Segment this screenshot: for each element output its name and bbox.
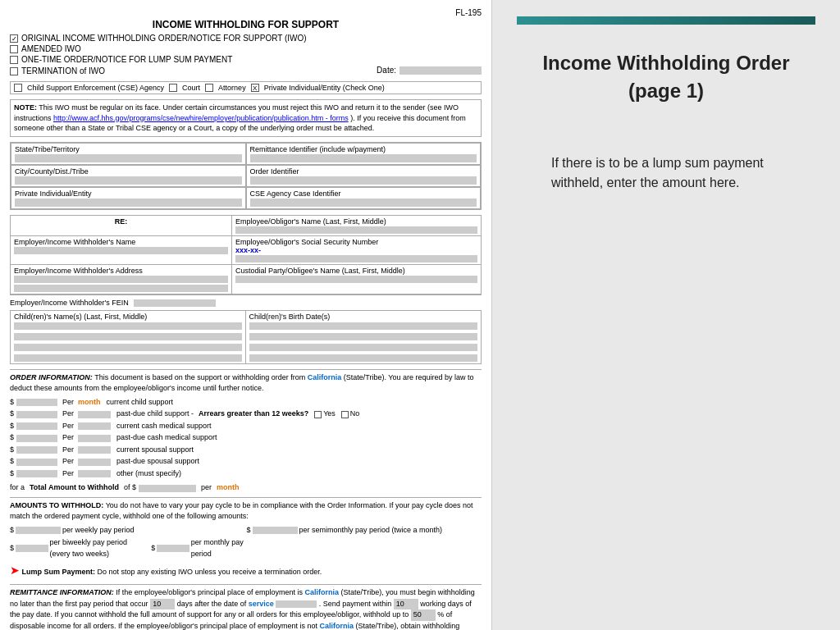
- document-title: INCOME WITHHOLDING FOR SUPPORT: [10, 19, 482, 30]
- employee-name-label: Employee/Obligor's Name (Last, First, Mi…: [235, 217, 477, 226]
- fein-row: Employer/Income Withholder's FEIN: [10, 299, 482, 307]
- amounts-withhold-section: AMOUNTS TO WITHHOLD: You do not have to …: [10, 497, 482, 580]
- cse-case-field[interactable]: [250, 199, 477, 207]
- one-time-label: ONE-TIME ORDER/NOTICE FOR LUMP SUM PAYME…: [21, 55, 232, 64]
- percent-value: 50: [411, 609, 436, 621]
- private-checkbox[interactable]: [251, 84, 259, 92]
- per-field-3[interactable]: [78, 422, 111, 430]
- amended-checkbox[interactable]: [10, 45, 18, 53]
- amount-rows: $ Per month current child support $ Per …: [10, 397, 482, 480]
- service-field[interactable]: [276, 600, 317, 608]
- remittance-state1: California: [305, 588, 340, 596]
- amount-field-6[interactable]: [16, 459, 57, 466]
- per-field-5[interactable]: [78, 446, 111, 454]
- custodial-label: Custodial Party/Obligee's Name (Last, Fi…: [235, 267, 477, 275]
- court-label: Court: [182, 84, 200, 92]
- original-checkbox[interactable]: [10, 34, 18, 43]
- date-row: Date:: [377, 66, 482, 75]
- amount-field-7[interactable]: [16, 470, 57, 477]
- note-box: NOTE: This IWO must be regular on its fa…: [10, 99, 482, 137]
- order-id-label: Order Identifier: [250, 167, 299, 176]
- employer-name-field[interactable]: [14, 247, 228, 254]
- desc-1: current child support: [107, 397, 174, 409]
- amount-row-5: $ Per current spousal support: [10, 445, 482, 456]
- remittance-field[interactable]: [250, 154, 477, 162]
- date-label: Date:: [377, 66, 396, 75]
- court-checkbox[interactable]: [169, 84, 177, 92]
- child-name-1[interactable]: [14, 322, 242, 330]
- child-name-2[interactable]: [14, 333, 242, 340]
- monthly-field[interactable]: [157, 545, 189, 552]
- employer-address-label: Employer/Income Withholder's Address: [14, 267, 228, 275]
- remittance-cell: Remittance Identifier (include w/payment…: [246, 143, 482, 165]
- termination-label: TERMINATION of IWO: [21, 66, 105, 75]
- fein-label: Employer/Income Withholder's FEIN: [10, 299, 129, 307]
- date-field[interactable]: [399, 66, 482, 75]
- cse-checkbox[interactable]: [14, 84, 22, 92]
- child-dob-3[interactable]: [249, 344, 478, 351]
- cse-case-label: CSE Agency Case Identifier: [250, 189, 341, 198]
- termination-checkbox[interactable]: [10, 67, 18, 75]
- amount-row-1: $ Per month current child support: [10, 397, 482, 409]
- order-info-section: ORDER INFORMATION: This document is base…: [10, 369, 482, 494]
- yes-label: Yes: [323, 409, 336, 420]
- child-dob-1[interactable]: [249, 322, 478, 330]
- ssn-label: Employee/Obligor's Social Security Numbe…: [235, 238, 477, 246]
- per-month-1: month: [78, 397, 101, 409]
- employee-name-field[interactable]: [235, 226, 477, 234]
- attorney-checkbox[interactable]: [205, 84, 213, 92]
- amount-field-4[interactable]: [16, 435, 57, 442]
- state-territory-label: State/Tribe/Territory: [15, 145, 80, 153]
- private-entity-field[interactable]: [15, 199, 242, 207]
- custodial-field[interactable]: [235, 276, 477, 283]
- employer-address-field[interactable]: [14, 276, 228, 283]
- per-field-4[interactable]: [78, 435, 111, 442]
- private-entity-cell: Private Individual/Entity: [11, 187, 246, 209]
- remittance-label: REMITTANCE INFORMATION:: [10, 588, 114, 596]
- order-info-label: ORDER INFORMATION:: [10, 373, 93, 381]
- order-info-text1: This document is based on the support or…: [94, 373, 308, 381]
- original-iwo-row: ORIGINAL INCOME WITHHOLDING ORDER/NOTICE…: [10, 34, 482, 43]
- state-territory-field[interactable]: [15, 154, 242, 162]
- employer-address-field2[interactable]: [14, 285, 228, 292]
- child-name-4[interactable]: [14, 354, 242, 362]
- child-dob-4[interactable]: [249, 354, 478, 362]
- amount-field-3[interactable]: [16, 422, 57, 430]
- document-panel: FL-195 INCOME WITHHOLDING FOR SUPPORT OR…: [0, 0, 492, 630]
- cse-case-cell: CSE Agency Case Identifier: [246, 187, 482, 209]
- total-amount-field[interactable]: [139, 485, 196, 492]
- yes-checkbox[interactable]: [314, 411, 322, 418]
- form-id: FL-195: [10, 8, 482, 17]
- amount-row-3: $ Per current cash medical support: [10, 421, 482, 432]
- weekly-field[interactable]: [16, 527, 61, 534]
- total-bold-label: Total Amount to Withhold: [30, 482, 119, 494]
- child-name-3[interactable]: [14, 344, 242, 351]
- remittance-text4: . Send payment within: [319, 600, 394, 608]
- amount-row-2: $ Per past-due child support - Arrears g…: [10, 409, 482, 420]
- one-time-checkbox[interactable]: [10, 56, 18, 64]
- order-id-cell: Order Identifier: [246, 165, 482, 187]
- amount-field-1[interactable]: [16, 399, 57, 406]
- per-field-7[interactable]: [78, 470, 111, 477]
- per-field-6[interactable]: [78, 459, 111, 466]
- children-dob-col: Child(ren)'s Birth Date(s): [246, 311, 482, 363]
- child-dob-2[interactable]: [249, 333, 478, 340]
- remittance-section: REMITTANCE INFORMATION: If the employee/…: [10, 584, 482, 630]
- children-names-label: Child(ren)'s Name(s) (Last, First, Middl…: [14, 313, 242, 321]
- biweekly-field[interactable]: [16, 545, 48, 552]
- note-link[interactable]: http://www.acf.hhs.gov/programs/cse/newh…: [53, 114, 349, 122]
- semimonthly-field[interactable]: [253, 527, 298, 534]
- amount-field-2[interactable]: [16, 411, 57, 418]
- per-field-2[interactable]: [78, 411, 111, 418]
- no-checkbox[interactable]: [341, 411, 349, 418]
- fein-field[interactable]: [134, 299, 216, 307]
- city-county-field[interactable]: [15, 176, 242, 185]
- pay-period-weekly: $ per weekly pay period: [10, 525, 245, 536]
- amount-row-7: $ Per other (must specify): [10, 468, 482, 480]
- ssn-field[interactable]: [235, 255, 477, 262]
- order-id-field[interactable]: [250, 176, 477, 185]
- amount-row-4: $ Per past-due cash medical support: [10, 432, 482, 444]
- amounts-bold-label: AMOUNTS TO WITHHOLD:: [10, 501, 103, 509]
- original-label: ORIGINAL INCOME WITHHOLDING ORDER/NOTICE…: [21, 34, 307, 43]
- amount-field-5[interactable]: [16, 446, 57, 454]
